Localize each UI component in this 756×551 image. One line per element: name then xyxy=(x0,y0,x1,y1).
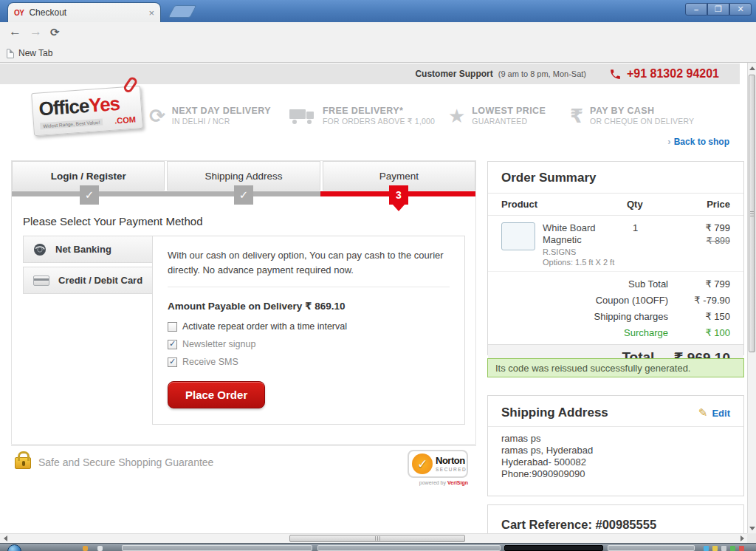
column-product: Product xyxy=(501,199,627,210)
vertical-scrollbar[interactable] xyxy=(747,63,756,533)
officeyes-logo[interactable]: OfficeYes Widest Range, Best Value! .COM xyxy=(31,86,143,136)
padlock-icon xyxy=(15,457,31,469)
scroll-up-icon[interactable] xyxy=(748,63,756,73)
close-button[interactable]: ✕ xyxy=(729,3,752,16)
benefit-title: NEXT DAY DELIVERY xyxy=(172,106,271,116)
norton-powered-by: powered by VeriSign xyxy=(408,480,468,485)
back-icon[interactable]: ← xyxy=(9,24,21,39)
forward-icon[interactable]: → xyxy=(30,24,42,39)
start-button[interactable] xyxy=(7,544,21,551)
benefit-next-day-delivery: ⟳ NEXT DAY DELIVERY IN DELHI / NCR xyxy=(149,106,289,126)
page-icon xyxy=(7,49,14,58)
phone-icon xyxy=(609,68,622,81)
browser-toolbar: ← → ⟳ www.officeyes.com/checkout/finish/… xyxy=(0,22,756,44)
benefit-title: FREE DELIVERY* xyxy=(323,106,435,116)
horizontal-scroll-thumb[interactable] xyxy=(289,535,465,542)
tray-icon[interactable] xyxy=(739,546,744,551)
address-line: Hyderabad- 500082 xyxy=(501,456,730,468)
rupee-icon: ₹ xyxy=(570,106,583,126)
product-options: Options: 1.5 ft X 2 ft xyxy=(543,258,627,267)
tray-icon[interactable] xyxy=(704,546,709,551)
benefit-lowest-price: ★ LOWEST PRICE GUARANTEED xyxy=(448,106,570,126)
product-qty: 1 xyxy=(627,222,678,267)
benefit-subtitle: FOR ORDERS ABOVE ₹ 1,000 xyxy=(323,117,435,126)
support-phone[interactable]: +91 81302 94201 xyxy=(627,67,719,81)
cart-reference-panel: Cart Reference: #00985555 xyxy=(487,504,744,533)
bookmark-new-tab[interactable]: New Tab xyxy=(7,48,52,58)
verisign-label: VeriSign xyxy=(447,480,468,485)
benefits-strip: ⟳ NEXT DAY DELIVERY IN DELHI / NCR FREE … xyxy=(149,106,732,126)
tab-title: Checkout xyxy=(29,7,143,18)
new-tab-button[interactable] xyxy=(168,5,196,18)
checkbox-unchecked[interactable] xyxy=(168,322,177,332)
restore-button[interactable]: ❐ xyxy=(707,3,729,16)
place-order-button[interactable]: Place Order xyxy=(168,381,265,408)
back-to-shop-link[interactable]: › Back to shop xyxy=(667,136,729,147)
step-arrow-pointer xyxy=(393,205,405,211)
reload-icon[interactable]: ⟳ xyxy=(50,26,60,39)
browser-tab[interactable]: OY Checkout × xyxy=(7,2,161,22)
checkbox-newsletter[interactable]: Newsletter signup xyxy=(153,335,464,353)
logo-com: .COM xyxy=(114,114,137,125)
checkbox-label: Receive SMS xyxy=(182,357,238,367)
norton-secured-label: SECURED xyxy=(436,467,467,472)
edit-address-link[interactable]: Edit xyxy=(712,408,730,419)
footer-divider xyxy=(11,445,476,446)
quick-launch-icon[interactable] xyxy=(97,546,103,551)
checkbox-checked[interactable] xyxy=(168,357,177,367)
scroll-right-icon[interactable] xyxy=(737,534,747,543)
browser-window: OY Checkout × – ❐ ✕ ← → ⟳ www.officeyes.… xyxy=(0,0,756,551)
minimize-button[interactable]: – xyxy=(685,3,707,16)
scrollbar-corner xyxy=(747,533,756,543)
taskbar-button[interactable] xyxy=(122,545,312,551)
taskbar-button[interactable] xyxy=(608,545,695,551)
tab-close-icon[interactable]: × xyxy=(148,7,154,18)
tray-icon[interactable] xyxy=(730,546,735,551)
checkout-panel: Login / Register Shipping Address Paymen… xyxy=(11,160,476,445)
support-bar: Customer Support (9 am to 8 pm, Mon-Sat)… xyxy=(0,64,740,84)
checkbox-receive-sms[interactable]: Receive SMS xyxy=(153,353,464,371)
payment-method-credit-card[interactable]: Credit / Debit Card xyxy=(23,267,153,294)
refresh-arrows-icon: ⟳ xyxy=(149,106,165,126)
payment-method-menu: Net Banking Credit / Debit Card xyxy=(23,236,153,298)
tray-icon[interactable] xyxy=(712,546,718,551)
address-line: ramas ps, Hyderabad xyxy=(501,445,730,456)
address-lines: ramas ps ramas ps, Hyderabad Hyderabad- … xyxy=(488,427,743,486)
product-old-price: ₹ 899 xyxy=(678,235,730,246)
order-totals: Sub Total₹ 799 Coupon (10OFF)₹ -79.90 Sh… xyxy=(488,272,743,344)
scroll-left-icon[interactable] xyxy=(0,534,10,543)
support-label: Customer Support xyxy=(415,69,492,79)
taskbar-button[interactable] xyxy=(317,545,501,551)
amount-payable: Amount Payable on Delivery ₹ 869.10 xyxy=(153,287,464,318)
checkbox-checked[interactable] xyxy=(168,340,177,349)
quick-launch-icon[interactable] xyxy=(83,546,88,551)
windows-taskbar[interactable] xyxy=(0,543,756,551)
checkbox-label: Newsletter signup xyxy=(182,339,255,349)
window-controls: – ❐ ✕ xyxy=(685,3,752,16)
star-icon: ★ xyxy=(448,106,465,126)
product-name[interactable]: White Board Magnetic xyxy=(543,222,609,247)
taskbar-button-active[interactable] xyxy=(504,545,603,551)
scroll-down-icon[interactable] xyxy=(748,523,756,533)
tray-icon[interactable] xyxy=(721,546,726,551)
order-summary-title: Order Summary xyxy=(488,162,743,193)
window-titlebar: OY Checkout × – ❐ ✕ xyxy=(0,0,756,22)
benefit-subtitle: GUARANTEED xyxy=(472,117,546,126)
coupon-row: Coupon (10OFF)₹ -79.90 xyxy=(488,292,743,309)
benefit-title: LOWEST PRICE xyxy=(472,106,546,116)
payment-heading: Please Select Your Payment Method xyxy=(23,215,203,227)
surcharge-row: Surcharge₹ 100 xyxy=(488,325,743,341)
address-line: ramas ps xyxy=(501,433,730,445)
vertical-scroll-thumb[interactable] xyxy=(749,75,755,352)
support-hours: (9 am to 8 pm, Mon-Sat) xyxy=(498,69,586,78)
payment-method-net-banking[interactable]: Net Banking xyxy=(23,236,153,263)
secure-guarantee-text: Safe and Secure Shopping Guarantee xyxy=(38,456,213,468)
horizontal-scrollbar[interactable] xyxy=(0,533,747,543)
chevron-right-icon: › xyxy=(667,136,670,147)
checkbox-label: Activate repeat order with a time interv… xyxy=(182,321,347,332)
norton-seal: ✓ Norton SECURED xyxy=(408,450,468,478)
checkbox-repeat-order[interactable]: Activate repeat order with a time interv… xyxy=(153,318,464,335)
shipping-address-title: Shipping Address xyxy=(501,405,698,420)
site-favicon-icon: OY xyxy=(14,9,24,17)
bookmarks-bar: New Tab xyxy=(0,44,756,63)
